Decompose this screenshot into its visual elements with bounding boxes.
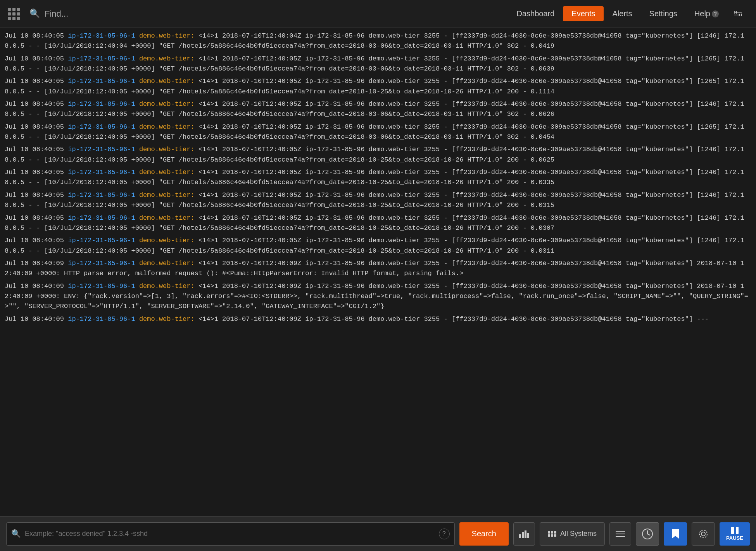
log-entry: Jul 10 08:40:09 ip-172-31-85-96-1 demo.w…	[5, 314, 751, 324]
log-service: demo.web-tier:	[139, 169, 198, 176]
log-host: ip-172-31-85-96-1	[68, 214, 139, 222]
bar-chart-button[interactable]	[513, 522, 535, 546]
search-input-icon: 🔍	[11, 529, 21, 539]
pause-button[interactable]: PAUSE	[720, 522, 750, 546]
log-entry: Jul 10 08:40:05 ip-172-31-85-96-1 demo.w…	[5, 236, 751, 256]
log-timestamp: Jul 10 08:40:05	[5, 100, 68, 108]
search-icon: 🔍	[29, 9, 40, 19]
log-line: Jul 10 08:40:05 ip-172-31-85-96-1 demo.w…	[5, 99, 751, 120]
svg-rect-1	[522, 532, 524, 538]
svg-rect-0	[519, 534, 521, 538]
bar-chart-icon	[519, 530, 529, 538]
log-line: Jul 10 08:40:09 ip-172-31-85-96-1 demo.w…	[5, 258, 751, 279]
log-host: ip-172-31-85-96-1	[68, 55, 139, 62]
log-service: demo.web-tier:	[139, 237, 198, 244]
log-timestamp: Jul 10 08:40:05	[5, 55, 68, 62]
log-entry: Jul 10 08:40:05 ip-172-31-85-96-1 demo.w…	[5, 122, 751, 143]
log-line: Jul 10 08:40:05 ip-172-31-85-96-1 demo.w…	[5, 54, 751, 74]
log-service: demo.web-tier:	[139, 315, 198, 323]
nav-logout-icon[interactable]: ⭾	[727, 5, 748, 22]
pause-label: PAUSE	[726, 535, 743, 541]
log-service: demo.web-tier:	[139, 77, 198, 85]
log-timestamp: Jul 10 08:40:05	[5, 77, 68, 85]
log-service: demo.web-tier:	[139, 100, 198, 108]
log-timestamp: Jul 10 08:40:09	[5, 315, 68, 323]
log-timestamp: Jul 10 08:40:05	[5, 214, 68, 222]
log-host: ip-172-31-85-96-1	[68, 146, 139, 153]
log-line: Jul 10 08:40:05 ip-172-31-85-96-1 demo.w…	[5, 190, 751, 211]
log-entry: Jul 10 08:40:09 ip-172-31-85-96-1 demo.w…	[5, 258, 751, 279]
log-line: Jul 10 08:40:09 ip-172-31-85-96-1 demo.w…	[5, 281, 751, 312]
svg-rect-3	[527, 533, 529, 538]
bottom-bar: 🔍 ? Search All Systems	[0, 516, 756, 551]
search-input[interactable]	[25, 530, 439, 538]
log-line: Jul 10 08:40:05 ip-172-31-85-96-1 demo.w…	[5, 213, 751, 234]
log-line: Jul 10 08:40:05 ip-172-31-85-96-1 demo.w…	[5, 236, 751, 256]
search-input-wrap: 🔍 ?	[6, 522, 455, 546]
log-timestamp: Jul 10 08:40:09	[5, 282, 68, 290]
log-host: ip-172-31-85-96-1	[68, 282, 139, 290]
log-service: demo.web-tier:	[139, 282, 198, 290]
bookmark-icon	[671, 529, 680, 539]
clock-button[interactable]	[636, 522, 659, 546]
hamburger-line	[616, 536, 625, 537]
log-service: demo.web-tier:	[139, 55, 198, 62]
log-service: demo.web-tier:	[139, 32, 198, 40]
clock-icon	[642, 528, 653, 540]
log-entry: Jul 10 08:40:05 ip-172-31-85-96-1 demo.w…	[5, 76, 751, 97]
help-circle-icon: ?	[712, 10, 719, 17]
log-host: ip-172-31-85-96-1	[68, 191, 139, 199]
nav-right: Dashboard Events Alerts Settings Help ? …	[508, 5, 748, 22]
search-help-icon[interactable]: ?	[439, 529, 450, 539]
log-timestamp: Jul 10 08:40:05	[5, 191, 68, 199]
log-host: ip-172-31-85-96-1	[68, 100, 139, 108]
log-host: ip-172-31-85-96-1	[68, 77, 139, 85]
nav-help[interactable]: Help ?	[686, 6, 727, 21]
hamburger-button[interactable]	[609, 522, 631, 546]
log-entry: Jul 10 08:40:05 ip-172-31-85-96-1 demo.w…	[5, 190, 751, 211]
svg-line-6	[647, 534, 650, 535]
log-line: Jul 10 08:40:09 ip-172-31-85-96-1 demo.w…	[5, 314, 751, 324]
nav-dashboard[interactable]: Dashboard	[508, 6, 563, 21]
log-service: demo.web-tier:	[139, 191, 198, 199]
nav-alerts[interactable]: Alerts	[604, 6, 640, 21]
nav-settings[interactable]: Settings	[641, 6, 686, 21]
log-host: ip-172-31-85-96-1	[68, 169, 139, 176]
log-service: demo.web-tier:	[139, 260, 198, 267]
log-line: Jul 10 08:40:05 ip-172-31-85-96-1 demo.w…	[5, 122, 751, 143]
log-entry: Jul 10 08:40:05 ip-172-31-85-96-1 demo.w…	[5, 213, 751, 234]
search-button[interactable]: Search	[459, 522, 509, 546]
svg-point-8	[701, 532, 705, 536]
log-host: ip-172-31-85-96-1	[68, 315, 139, 323]
all-systems-grid-icon	[548, 531, 556, 537]
log-entry: Jul 10 08:40:05 ip-172-31-85-96-1 demo.w…	[5, 54, 751, 74]
nav-events[interactable]: Events	[563, 6, 604, 21]
settings-button[interactable]	[692, 522, 715, 546]
svg-marker-7	[672, 529, 679, 539]
log-entry: Jul 10 08:40:05 ip-172-31-85-96-1 demo.w…	[5, 145, 751, 165]
log-service: demo.web-tier:	[139, 146, 198, 153]
log-timestamp: Jul 10 08:40:09	[5, 260, 68, 267]
hamburger-line	[616, 531, 625, 532]
log-service: demo.web-tier:	[139, 123, 198, 131]
pause-icon	[731, 527, 739, 534]
log-area[interactable]: Jul 10 08:40:05 ip-172-31-85-96-1 demo.w…	[0, 28, 756, 516]
all-systems-button[interactable]: All Systems	[540, 522, 605, 546]
gear-icon	[698, 529, 709, 539]
log-timestamp: Jul 10 08:40:05	[5, 146, 68, 153]
log-line: Jul 10 08:40:05 ip-172-31-85-96-1 demo.w…	[5, 167, 751, 188]
log-entry: Jul 10 08:40:05 ip-172-31-85-96-1 demo.w…	[5, 31, 751, 52]
log-timestamp: Jul 10 08:40:05	[5, 123, 68, 131]
find-text[interactable]: Find...	[45, 9, 68, 19]
log-message: <14>1 2018-07-10T12:40:09Z ip-172-31-85-…	[198, 315, 709, 323]
svg-point-9	[699, 530, 707, 538]
log-line: Jul 10 08:40:05 ip-172-31-85-96-1 demo.w…	[5, 31, 751, 52]
app-grid-icon[interactable]	[8, 8, 20, 20]
log-host: ip-172-31-85-96-1	[68, 32, 139, 40]
log-entry: Jul 10 08:40:09 ip-172-31-85-96-1 demo.w…	[5, 281, 751, 312]
hamburger-line	[616, 534, 625, 534]
bookmark-button[interactable]	[664, 522, 687, 546]
log-line: Jul 10 08:40:05 ip-172-31-85-96-1 demo.w…	[5, 145, 751, 165]
log-host: ip-172-31-85-96-1	[68, 237, 139, 244]
log-timestamp: Jul 10 08:40:05	[5, 169, 68, 176]
